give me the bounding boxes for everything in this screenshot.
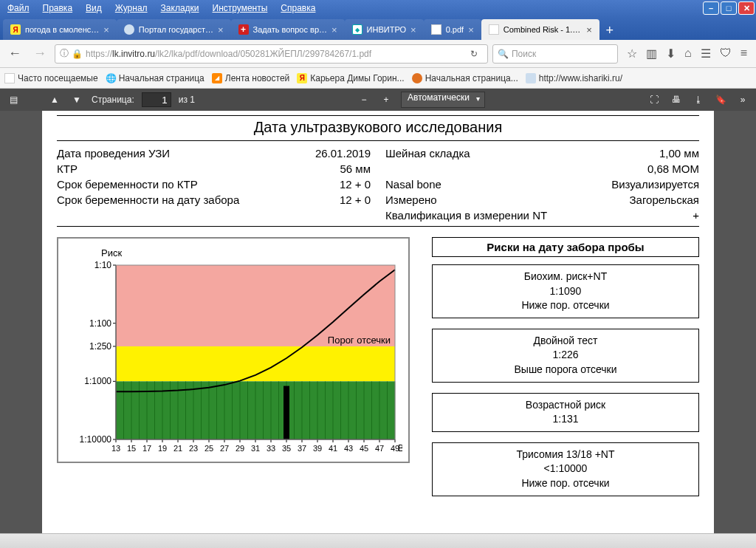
menu-history[interactable]: Журнал xyxy=(109,1,154,15)
tab-gosuslugi[interactable]: Портал государст… × xyxy=(117,19,231,40)
svg-text:41: 41 xyxy=(329,444,337,453)
field-value: + xyxy=(693,209,699,222)
tab-0pdf[interactable]: 0.pdf × xyxy=(424,19,481,40)
yandex-icon: Я xyxy=(297,73,307,83)
field-label: КТР xyxy=(57,162,78,175)
risk-value: <1:10000 xyxy=(436,462,695,476)
bookmark-pdf-icon[interactable]: 🔖 xyxy=(713,92,728,107)
pdf-sidebar-toggle-icon[interactable]: ▤ xyxy=(6,92,21,107)
svg-text:1:10: 1:10 xyxy=(94,260,112,270)
menu-file[interactable]: Файл xyxy=(1,1,35,15)
tab-close-icon[interactable]: × xyxy=(468,24,474,35)
risk-status: Ниже пор. отсечки xyxy=(436,298,695,313)
new-tab-button[interactable]: + xyxy=(599,21,620,40)
file-icon xyxy=(489,24,499,35)
svg-text:1:1000: 1:1000 xyxy=(84,376,111,386)
bookmark-ishariki[interactable]: http://www.ishariki.ru/ xyxy=(526,73,622,83)
url-bar[interactable]: ⓘ 🔒 https://lk.invitro.ru/lk2/lka/pdf/do… xyxy=(55,44,488,64)
site-info-icon[interactable]: ⓘ xyxy=(60,47,69,60)
tab-combined-risk[interactable]: Combined Risk - 1.pdf × xyxy=(481,19,599,40)
menu-tools[interactable]: Инструменты xyxy=(207,1,274,15)
tab-label: Combined Risk - 1.pdf xyxy=(504,25,582,34)
bookmarks-bar: Часто посещаемые 🌐Начальная страница ◢Ле… xyxy=(0,68,756,89)
forward-button[interactable]: → xyxy=(30,44,50,64)
tab-label: Портал государст… xyxy=(139,25,213,34)
tab-close-icon[interactable]: × xyxy=(410,24,416,35)
pdf-prevpage-icon[interactable]: ▲ xyxy=(47,92,62,107)
bookmark-home[interactable]: 🌐Начальная страница xyxy=(106,73,205,83)
risks-header: Риски на дату забора пробы xyxy=(432,237,699,257)
tab-close-icon[interactable]: × xyxy=(331,24,337,35)
sidebar-icon[interactable]: ☰ xyxy=(701,47,711,61)
svg-text:1:100: 1:100 xyxy=(89,318,111,329)
page-input[interactable] xyxy=(142,92,171,107)
menu-icon[interactable]: ≡ xyxy=(740,47,747,61)
field-label: Nasal bone xyxy=(385,178,441,191)
risk-card: Двойной тест 1:226 Выше порога отсечки xyxy=(432,329,699,383)
tab-close-icon[interactable]: × xyxy=(218,24,224,35)
shield-icon[interactable]: 🛡 xyxy=(720,47,732,61)
search-box[interactable]: 🔍 Поиск xyxy=(492,44,618,64)
pdf-tools-icon[interactable]: » xyxy=(735,92,750,107)
bookmark-career[interactable]: ЯКарьера Димы Горин... xyxy=(297,73,404,83)
window-titlebar: Файл Правка Вид Журнал Закладки Инструме… xyxy=(0,0,756,16)
field-value: 26.01.2019 xyxy=(315,147,371,160)
tab-question[interactable]: + Задать вопрос вр… × xyxy=(231,19,345,40)
app-menubar: Файл Правка Вид Журнал Закладки Инструме… xyxy=(1,1,703,15)
svg-text:Риск: Риск xyxy=(101,247,122,258)
svg-text:13: 13 xyxy=(111,444,120,453)
pdf-viewport[interactable]: Дата ультразвукового исследования Дата п… xyxy=(0,111,756,533)
field-value: 12 + 0 xyxy=(340,178,371,191)
download-pdf-icon[interactable]: ⭳ xyxy=(691,92,706,107)
menu-view[interactable]: Вид xyxy=(80,1,108,15)
risk-name: Двойной тест xyxy=(436,334,695,349)
bookmark-star-icon[interactable]: ☆ xyxy=(627,47,637,61)
tab-invitro[interactable]: ◆ ИНВИТРО × xyxy=(345,19,424,40)
zoom-select[interactable]: Автоматически xyxy=(401,92,485,108)
field-value: Визуализируется xyxy=(611,178,699,191)
field-value: Загорельская xyxy=(630,193,700,206)
field-label: Срок беременности на дату забора xyxy=(57,193,239,206)
reload-icon[interactable]: ↻ xyxy=(465,49,483,59)
bookmark-home2[interactable]: Начальная страница... xyxy=(412,73,518,83)
tab-close-icon[interactable]: × xyxy=(103,24,109,35)
back-button[interactable]: ← xyxy=(4,44,25,64)
pdf-nextpage-icon[interactable]: ▼ xyxy=(69,92,84,107)
close-button[interactable]: ✕ xyxy=(738,1,755,15)
yandex-icon: Я xyxy=(10,24,21,35)
status-bar xyxy=(0,533,756,548)
minimize-button[interactable]: – xyxy=(703,1,719,15)
risk-card: Трисомия 13/18 +NT <1:10000 Ниже пор. от… xyxy=(432,442,699,496)
menu-bookmarks[interactable]: Закладки xyxy=(155,1,205,15)
data-table: Дата проведения УЗИ26.01.2019 КТР56 мм С… xyxy=(57,145,699,227)
risk-card: Возрастной риск 1:131 xyxy=(432,393,699,432)
window-buttons: – □ ✕ xyxy=(703,1,755,15)
pdf-toolbar: ▤ ▲ ▼ Страница: из 1 − + Автоматически ⛶… xyxy=(0,89,756,111)
fullscreen-icon[interactable]: ⛶ xyxy=(647,92,662,107)
zoom-out-icon[interactable]: − xyxy=(357,92,371,107)
firefox-icon xyxy=(412,73,422,83)
tab-close-icon[interactable]: × xyxy=(586,24,592,35)
nav-toolbar: ← → ⓘ 🔒 https://lk.invitro.ru/lk2/lka/pd… xyxy=(0,40,756,68)
field-value: 56 мм xyxy=(340,162,371,175)
svg-text:19: 19 xyxy=(158,444,167,453)
medical-icon: + xyxy=(238,24,249,35)
svg-text:43: 43 xyxy=(344,444,353,453)
field-label: Квалификация в измерении NT xyxy=(385,209,547,222)
tab-label: ИНВИТРО xyxy=(367,25,406,34)
home-icon[interactable]: ⌂ xyxy=(684,47,692,61)
menu-help[interactable]: Справка xyxy=(275,1,321,15)
maximize-button[interactable]: □ xyxy=(721,1,737,15)
download-icon[interactable]: ⬇ xyxy=(666,47,676,61)
risk-value: 1:1090 xyxy=(436,284,695,299)
zoom-in-icon[interactable]: + xyxy=(379,92,394,107)
menu-edit[interactable]: Правка xyxy=(37,1,79,15)
bookmark-news[interactable]: ◢Лента новостей xyxy=(212,73,290,83)
print-icon[interactable]: 🖶 xyxy=(669,92,684,107)
risk-status: Выше порога отсечки xyxy=(436,363,695,377)
pocket-icon[interactable]: ▥ xyxy=(646,47,657,61)
tab-weather[interactable]: Я погода в смоленс… × xyxy=(3,19,117,40)
tab-label: погода в смоленс… xyxy=(25,25,99,34)
bookmark-frequent[interactable]: Часто посещаемые xyxy=(4,73,98,83)
svg-rect-42 xyxy=(284,386,289,439)
